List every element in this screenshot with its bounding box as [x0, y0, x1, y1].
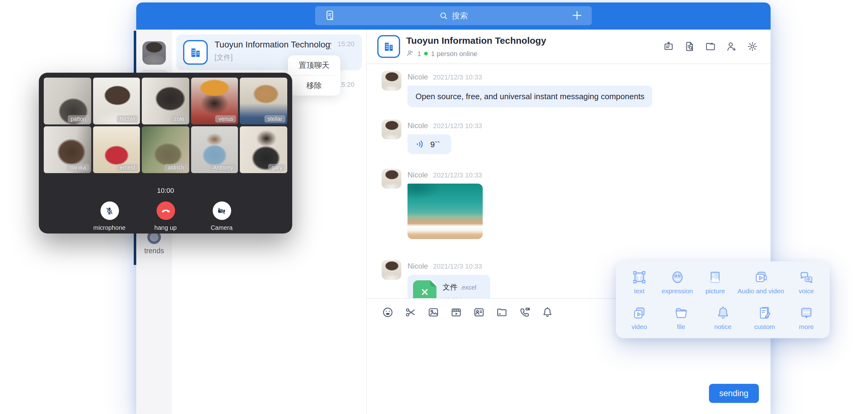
search-field[interactable]: 搜索 [439, 10, 468, 21]
hang-up-icon [156, 201, 175, 220]
search-placeholder: 搜索 [452, 10, 468, 21]
add-member-icon[interactable] [725, 41, 737, 52]
camera-off-icon [212, 201, 231, 220]
text-bubble[interactable]: Open source, free, and universal instant… [407, 86, 653, 107]
popup-item-video[interactable]: video [626, 304, 653, 335]
message-time: 2021/12/3 10:33 [433, 262, 482, 270]
chat-subtitle: 1 1 person online [406, 49, 477, 57]
file-ext: .excel [460, 284, 476, 290]
sender-avatar[interactable] [381, 71, 401, 91]
search-bar[interactable]: 搜索 [315, 6, 592, 25]
voice-bubble[interactable]: 9`` [407, 134, 451, 154]
file-bubble[interactable]: 文件 .excel 12.8M [407, 275, 490, 298]
expression-icon [661, 268, 693, 286]
video-clip-icon[interactable] [450, 306, 462, 319]
conversation-time: 15:20 [338, 40, 354, 47]
chat-history-search-icon[interactable] [684, 41, 695, 52]
more-message-icon [793, 304, 820, 322]
announcement-icon[interactable] [663, 41, 675, 52]
popup-item-custom[interactable]: custom [751, 304, 778, 335]
menu-item-remove[interactable]: 移除 [288, 76, 340, 95]
video-call-panel: patton Nicole zole venus stellar danika … [39, 73, 292, 233]
menu-item-pin-chat[interactable]: 置顶聊天 [288, 56, 340, 75]
message-time: 2021/12/3 10:33 [433, 122, 482, 129]
sender-name: Nicole [407, 73, 428, 81]
popup-label: notice [709, 323, 736, 330]
participant-name: ernest [117, 164, 138, 171]
popup-item-notice[interactable]: notice [709, 304, 736, 335]
send-button[interactable]: sending [709, 384, 759, 403]
video-tile[interactable]: venus [191, 77, 238, 124]
sender-avatar[interactable] [381, 120, 401, 139]
call-timer: 10:00 [39, 187, 292, 194]
popup-label: picture [702, 287, 729, 294]
top-bar: 搜索 [136, 2, 771, 30]
audio-video-call-icon[interactable] [519, 306, 531, 319]
popup-item-audio-video[interactable]: Audio and video [738, 268, 784, 299]
emoji-icon[interactable] [381, 306, 394, 319]
participant-name: aldrich [165, 164, 187, 171]
sender-name: Nicole [407, 171, 428, 179]
video-tile[interactable]: patton [44, 77, 91, 124]
text-message-icon [626, 268, 653, 286]
screenshot-scissors-icon[interactable] [404, 306, 417, 319]
video-tile[interactable]: Nicole [93, 77, 140, 124]
group-avatar-icon [183, 40, 208, 65]
microphone-label: microphone [90, 224, 128, 231]
voice-message-icon [793, 268, 820, 286]
popup-label: Audio and video [738, 287, 784, 294]
hang-up-button[interactable]: hang up [147, 201, 185, 231]
video-tile[interactable]: gary [240, 126, 287, 173]
image-attachment-beach[interactable] [407, 184, 483, 239]
participant-name: danika [67, 164, 89, 171]
page: 搜索 trends [0, 0, 868, 414]
popup-item-picture[interactable]: picture [702, 268, 729, 299]
file-name: 文件 [443, 283, 458, 291]
participant-name: gary [269, 164, 285, 171]
conversation-title: Tuoyun Information Technology [215, 39, 331, 49]
sender-avatar[interactable] [381, 169, 401, 189]
folder-icon[interactable] [705, 41, 716, 52]
member-count: 1 [417, 50, 421, 57]
online-status: 1 person online [431, 50, 477, 57]
sender-avatar[interactable] [381, 260, 401, 280]
plus-icon[interactable] [571, 9, 583, 22]
video-tile[interactable]: stellar [240, 77, 287, 124]
participant-name: patton [67, 115, 89, 123]
video-tile[interactable]: Anthony [191, 126, 238, 173]
popup-item-more[interactable]: more [793, 304, 820, 335]
camera-button[interactable]: Camera [203, 201, 241, 231]
voice-wave-icon [415, 139, 425, 149]
message-image: Nicole2021/12/3 10:33 [381, 169, 771, 239]
popup-label: voice [793, 287, 820, 294]
chat-header-actions [663, 41, 758, 52]
contact-card-icon[interactable] [473, 306, 485, 319]
sender-name: Nicole [407, 121, 428, 130]
hang-up-label: hang up [147, 224, 185, 231]
contact-note-icon[interactable] [324, 9, 336, 22]
video-tile[interactable]: ernest [93, 126, 140, 173]
voice-duration: 9`` [430, 139, 440, 149]
microphone-button[interactable]: microphone [90, 201, 128, 231]
video-tile[interactable]: danika [44, 126, 91, 173]
popup-label: text [626, 287, 653, 294]
camera-label: Camera [203, 224, 241, 231]
popup-label: expression [661, 287, 693, 294]
video-tile[interactable]: aldrich [142, 126, 189, 173]
settings-gear-icon[interactable] [747, 41, 758, 52]
popup-item-file[interactable]: file [668, 304, 695, 335]
group-avatar-icon [377, 35, 400, 58]
popup-item-voice[interactable]: voice [793, 268, 820, 299]
picture-icon[interactable] [427, 306, 439, 319]
popup-label: file [668, 323, 695, 330]
video-tile[interactable]: zole [142, 77, 189, 124]
file-folder-icon[interactable] [496, 306, 508, 319]
my-avatar[interactable] [143, 41, 166, 65]
message-text: Nicole2021/12/3 10:33 Open source, free,… [381, 71, 771, 107]
popup-item-expression[interactable]: expression [661, 268, 693, 299]
video-message-icon [626, 304, 653, 322]
context-menu: 置顶聊天 移除 [288, 56, 340, 95]
popup-item-text[interactable]: text [626, 268, 653, 299]
notice-bell-icon[interactable] [541, 306, 554, 319]
sidebar-item-trends[interactable]: trends [136, 230, 172, 254]
